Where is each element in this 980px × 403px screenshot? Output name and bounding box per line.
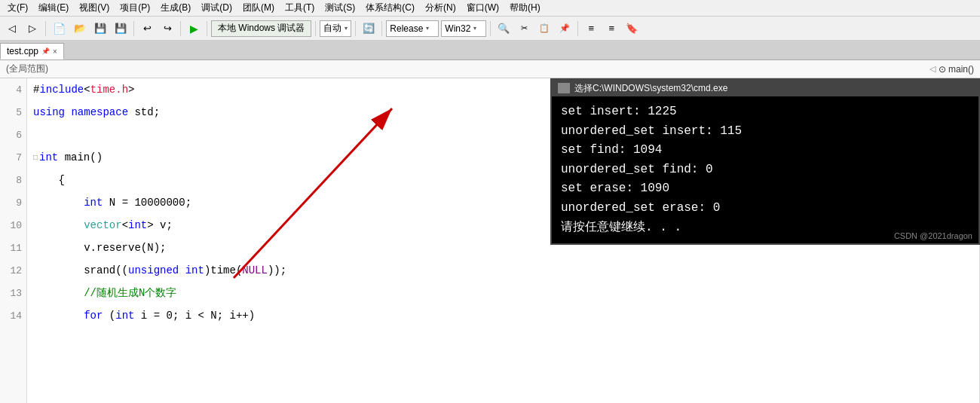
address-bar: (全局范围) ◁ ⊙ main() — [0, 60, 980, 78]
line-numbers: 4 5 6 7 8 9 10 11 12 13 14 — [0, 78, 27, 403]
toolbar: ◁ ▷ 📄 📂 💾 💾 ↩ ↪ ▶ 本地 Windows 调试器 自动 ▾ 🔄 … — [0, 17, 980, 41]
bookmark-button[interactable]: 🔖 — [623, 20, 641, 38]
console-body: set insert: 1225 unordered_set insert: 1… — [552, 96, 978, 243]
console-line-5: unordered_set erase: 0 — [561, 199, 969, 218]
menu-view[interactable]: 视图(V) — [75, 0, 114, 16]
release-dropdown[interactable]: Release ▾ — [386, 20, 439, 37]
line-num-4: 4 — [0, 78, 26, 101]
auto-dropdown-arrow: ▾ — [345, 25, 348, 32]
code-line-14: for (int i = 0; i < N; i++) — [33, 304, 979, 327]
toolbar-sep-8 — [490, 21, 491, 36]
address-right: ◁ ⊙ main() — [929, 64, 974, 75]
align-center-button[interactable]: ≡ — [602, 20, 620, 38]
tab-pin-icon: 📌 — [41, 47, 50, 55]
toolbar-sep-3 — [180, 21, 181, 36]
menu-file[interactable]: 文(F) — [3, 0, 32, 16]
console-line-3: unordered_set find: 0 — [561, 160, 969, 180]
console-line-2: set find: 1094 — [561, 141, 969, 160]
console-line-0: set insert: 1225 — [561, 102, 969, 122]
menu-arch[interactable]: 体系结构(C) — [361, 0, 419, 16]
line-num-10: 10 — [0, 214, 26, 237]
console-title: 选择C:\WINDOWS\system32\cmd.exe — [574, 82, 727, 95]
main-area: 4 5 6 7 8 9 10 11 12 13 14 #include <tim… — [0, 78, 980, 403]
redo-button[interactable]: ↪ — [158, 20, 176, 38]
console-line-1: unordered_set insert: 115 — [561, 122, 969, 142]
code-line-13: //随机生成N个数字 — [33, 282, 979, 304]
code-line-12: srand((unsigned int)time(NULL)); — [33, 259, 979, 282]
function-label: ⊙ main() — [939, 64, 974, 75]
debug-label[interactable]: 本地 Windows 调试器 — [211, 20, 311, 37]
console-window: 选择C:\WINDOWS\system32\cmd.exe set insert… — [550, 78, 980, 245]
line-num-12: 12 — [0, 259, 26, 282]
nav-left-icon: ◁ — [929, 64, 936, 74]
forward-button[interactable]: ▷ — [23, 20, 41, 38]
menu-debug[interactable]: 调试(D) — [197, 0, 237, 16]
tab-test-cpp[interactable]: test.cpp 📌 × — [0, 43, 64, 60]
line-num-14: 14 — [0, 304, 26, 327]
menu-bar: 文(F) 编辑(E) 视图(V) 项目(P) 生成(B) 调试(D) 团队(M)… — [0, 0, 980, 17]
menu-project[interactable]: 项目(P) — [115, 0, 155, 16]
line-num-6: 6 — [0, 124, 26, 146]
win32-dropdown-arrow: ▾ — [473, 25, 476, 32]
toolbar-sep-9 — [577, 21, 578, 36]
release-dropdown-arrow: ▾ — [426, 25, 429, 32]
auto-dropdown[interactable]: 自动 ▾ — [320, 20, 351, 37]
line-num-13: 13 — [0, 282, 26, 304]
menu-build[interactable]: 生成(B) — [156, 0, 195, 16]
console-watermark: CSDN @2021dragon — [894, 231, 972, 240]
collapse-icon-7: □ — [33, 154, 38, 162]
line-num-8: 8 — [0, 169, 26, 191]
scope-label[interactable]: (全局范围) — [6, 63, 48, 75]
run-button[interactable]: ▶ — [185, 20, 203, 38]
console-line-4: set erase: 1090 — [561, 179, 969, 199]
save-all-button[interactable]: 💾 — [112, 20, 130, 38]
toolbar-sep-4 — [207, 21, 207, 36]
line-num-11: 11 — [0, 237, 26, 259]
line-num-5: 5 — [0, 101, 26, 124]
tab-close-button[interactable]: × — [53, 47, 57, 56]
toolbar-sep-1 — [45, 21, 46, 36]
open-button[interactable]: 📂 — [71, 20, 89, 38]
line-num-7: 7 — [0, 146, 26, 169]
menu-analyze[interactable]: 分析(N) — [421, 0, 461, 16]
undo-button[interactable]: ↩ — [138, 20, 156, 38]
paste-button[interactable]: 📌 — [556, 20, 574, 38]
toolbar-sep-7 — [381, 21, 382, 36]
save-button[interactable]: 💾 — [91, 20, 109, 38]
back-button[interactable]: ◁ — [3, 20, 21, 38]
refresh-button[interactable]: 🔄 — [360, 20, 378, 38]
menu-edit[interactable]: 编辑(E) — [34, 0, 73, 16]
menu-test[interactable]: 测试(S) — [320, 0, 360, 16]
new-file-button[interactable]: 📄 — [50, 20, 69, 38]
cut-button[interactable]: ✂ — [515, 20, 533, 38]
toolbar-sep-5 — [315, 21, 316, 36]
align-left-button[interactable]: ≡ — [582, 20, 600, 38]
menu-window[interactable]: 窗口(W) — [462, 0, 504, 16]
line-num-9: 9 — [0, 191, 26, 214]
toolbar-sep-2 — [133, 21, 134, 36]
toolbar-sep-6 — [355, 21, 356, 36]
win32-dropdown[interactable]: Win32 ▾ — [441, 20, 486, 37]
menu-team[interactable]: 团队(M) — [238, 0, 279, 16]
search-button[interactable]: 🔍 — [495, 20, 513, 38]
tab-filename: test.cpp — [7, 46, 38, 56]
console-icon — [558, 83, 570, 93]
menu-help[interactable]: 帮助(H) — [505, 0, 545, 16]
tab-bar: test.cpp 📌 × — [0, 41, 980, 60]
copy-button[interactable]: 📋 — [535, 20, 553, 38]
menu-tools[interactable]: 工具(T) — [280, 0, 319, 16]
console-titlebar: 选择C:\WINDOWS\system32\cmd.exe — [552, 80, 978, 96]
